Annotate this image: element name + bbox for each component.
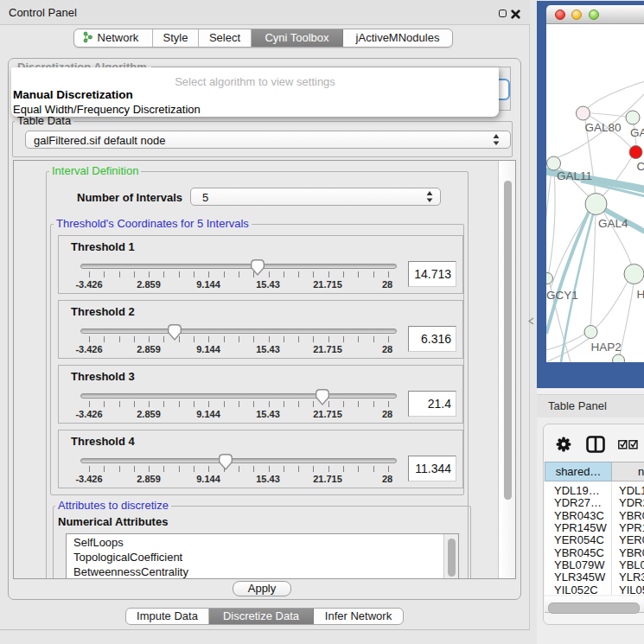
svg-text:GAL80: GAL80 bbox=[585, 121, 622, 134]
svg-text:GCY1: GCY1 bbox=[546, 289, 578, 302]
svg-text:CC: CC bbox=[637, 160, 644, 173]
svg-text:GAL11: GAL11 bbox=[557, 169, 592, 182]
svg-text:HA: HA bbox=[637, 288, 644, 301]
svg-text:GAL1: GAL1 bbox=[630, 126, 644, 139]
svg-text:HAP2: HAP2 bbox=[591, 341, 622, 354]
svg-text:GAL4: GAL4 bbox=[598, 217, 628, 230]
